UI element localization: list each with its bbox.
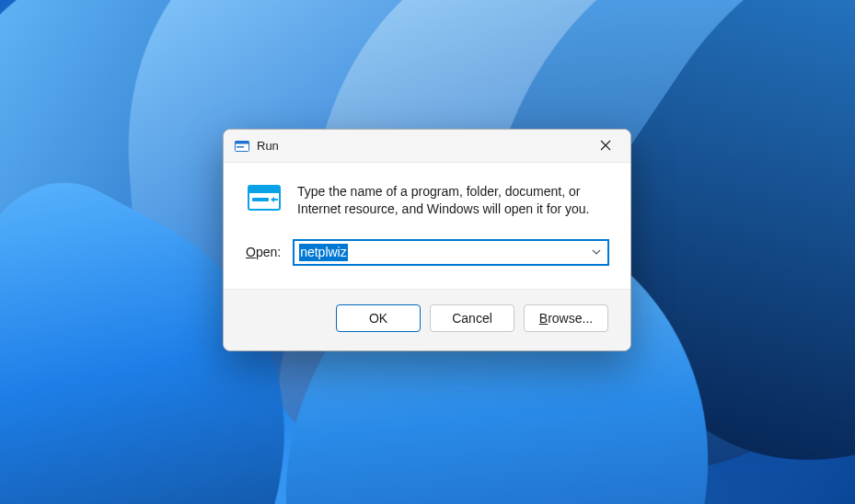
cancel-button-label: Cancel	[452, 311, 492, 326]
ok-button[interactable]: OK	[336, 304, 421, 332]
window-title: Run	[257, 139, 584, 153]
svg-rect-1	[236, 141, 249, 143]
close-button[interactable]	[584, 132, 627, 161]
run-dialog-icon	[246, 183, 283, 214]
dialog-body: Type the name of a program, folder, docu…	[224, 163, 630, 289]
run-icon	[235, 139, 249, 154]
chevron-down-icon[interactable]	[590, 246, 603, 258]
run-dialog: Run Type the name of a program, folder, …	[223, 129, 631, 351]
dialog-description: Type the name of a program, folder, docu…	[297, 183, 608, 218]
open-combobox[interactable]: netplwiz	[294, 240, 608, 265]
ok-button-label: OK	[369, 311, 387, 326]
button-row: OK Cancel Browse...	[224, 289, 630, 350]
info-row: Type the name of a program, folder, docu…	[246, 183, 608, 218]
open-input[interactable]	[294, 240, 608, 265]
browse-button[interactable]: Browse...	[524, 304, 608, 332]
close-icon	[600, 139, 611, 154]
titlebar[interactable]: Run	[224, 130, 630, 163]
cancel-button[interactable]: Cancel	[430, 304, 514, 332]
svg-rect-4	[248, 186, 280, 193]
svg-rect-2	[237, 146, 244, 148]
open-label: Open:	[246, 245, 281, 259]
browse-button-label: Browse...	[539, 311, 593, 326]
open-row: Open: netplwiz	[246, 240, 608, 265]
svg-rect-5	[252, 198, 269, 201]
